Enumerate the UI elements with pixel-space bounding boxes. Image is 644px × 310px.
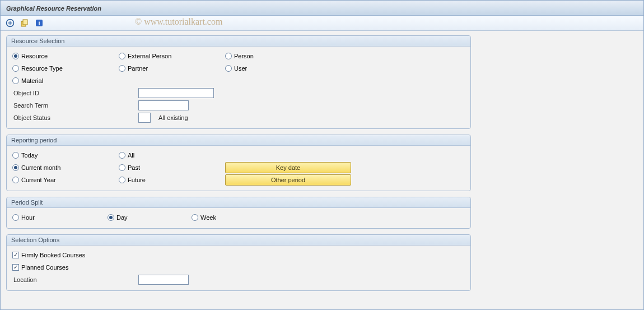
- variant-icon[interactable]: [20, 18, 30, 28]
- checkbox-firmly-booked[interactable]: ✓Firmly Booked Courses: [12, 252, 85, 258]
- radio-external-person[interactable]: External Person: [119, 53, 171, 59]
- radio-partner-label: Partner: [128, 65, 148, 72]
- other-period-button[interactable]: Other period: [225, 174, 351, 186]
- search-term-input[interactable]: [138, 100, 189, 110]
- radio-resource-label: Resource: [21, 53, 48, 59]
- radio-past[interactable]: Past: [119, 164, 140, 171]
- radio-hour-label: Hour: [21, 214, 35, 221]
- radio-day[interactable]: Day: [108, 214, 128, 221]
- group-period-split: Period Split Hour Day Week: [6, 197, 471, 229]
- radio-resource[interactable]: Resource: [12, 53, 48, 59]
- content-area: Resource Selection Resource External Per…: [1, 31, 643, 301]
- radio-today-label: Today: [21, 152, 38, 159]
- checkbox-firmly-booked-label: Firmly Booked Courses: [21, 252, 85, 258]
- radio-today[interactable]: Today: [12, 152, 38, 159]
- window-title: Graphical Resource Reservation: [6, 5, 101, 12]
- title-bar: Graphical Resource Reservation: [1, 1, 643, 16]
- radio-current-year[interactable]: Current Year: [12, 177, 56, 183]
- key-date-button[interactable]: Key date: [225, 162, 351, 173]
- radio-person[interactable]: Person: [225, 53, 254, 59]
- group-selection-options: Selection Options ✓Firmly Booked Courses…: [6, 234, 471, 291]
- radio-resource-type[interactable]: Resource Type: [12, 65, 63, 72]
- object-id-label: Object ID: [12, 90, 138, 96]
- execute-icon[interactable]: [5, 18, 15, 28]
- radio-current-month[interactable]: Current month: [12, 164, 60, 171]
- radio-material[interactable]: Material: [12, 77, 43, 84]
- checkbox-planned[interactable]: ✓Planned Courses: [12, 264, 68, 271]
- radio-user-label: User: [234, 65, 247, 72]
- object-id-input[interactable]: [138, 88, 214, 98]
- radio-all-label: All: [128, 152, 134, 159]
- group-resource-selection: Resource Selection Resource External Per…: [6, 35, 471, 129]
- group-title-selection-options: Selection Options: [7, 235, 470, 246]
- app-window: Graphical Resource Reservation i © www.t…: [0, 0, 644, 310]
- radio-external-person-label: External Person: [128, 53, 171, 59]
- radio-all[interactable]: All: [119, 152, 134, 159]
- info-icon[interactable]: i: [34, 18, 44, 28]
- watermark: © www.tutorialkart.com: [135, 17, 222, 27]
- group-title-period-split: Period Split: [7, 197, 470, 208]
- location-input[interactable]: [138, 275, 189, 285]
- toolbar: i © www.tutorialkart.com: [1, 16, 643, 31]
- group-title-reporting-period: Reporting period: [7, 135, 470, 146]
- object-status-input[interactable]: [138, 113, 151, 123]
- radio-future[interactable]: Future: [119, 177, 146, 183]
- radio-resource-type-label: Resource Type: [21, 65, 63, 72]
- radio-hour[interactable]: Hour: [12, 214, 35, 221]
- svg-rect-4: [23, 20, 27, 25]
- radio-current-year-label: Current Year: [21, 177, 56, 183]
- svg-text:i: i: [38, 20, 40, 26]
- radio-week[interactable]: Week: [192, 214, 216, 221]
- object-status-label: Object Status: [12, 114, 138, 121]
- radio-material-label: Material: [21, 77, 43, 84]
- object-status-text: All existing: [158, 114, 188, 121]
- radio-past-label: Past: [128, 164, 140, 171]
- location-label: Location: [12, 276, 138, 283]
- radio-current-month-label: Current month: [21, 164, 60, 171]
- radio-day-label: Day: [116, 214, 128, 221]
- radio-person-label: Person: [234, 53, 254, 59]
- radio-future-label: Future: [128, 177, 146, 183]
- group-title-resource-selection: Resource Selection: [7, 36, 470, 47]
- checkbox-planned-label: Planned Courses: [21, 264, 68, 271]
- radio-week-label: Week: [200, 214, 216, 221]
- group-reporting-period: Reporting period Today All Current month…: [6, 135, 471, 191]
- search-term-label: Search Term: [12, 102, 138, 109]
- radio-user[interactable]: User: [225, 65, 247, 72]
- radio-partner[interactable]: Partner: [119, 65, 148, 72]
